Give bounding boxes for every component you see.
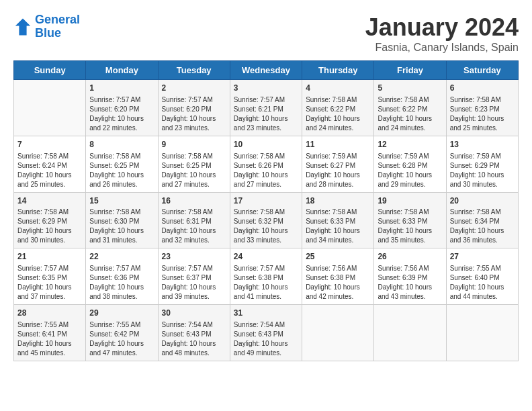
day-number: 8 bbox=[89, 139, 154, 150]
calendar-cell: 28Sunrise: 7:55 AMSunset: 6:41 PMDayligh… bbox=[14, 305, 86, 361]
calendar-cell: 5Sunrise: 7:58 AMSunset: 6:22 PMDaylight… bbox=[374, 80, 446, 136]
calendar-cell: 7Sunrise: 7:58 AMSunset: 6:24 PMDaylight… bbox=[14, 136, 86, 192]
day-info: Sunrise: 7:55 AMSunset: 6:41 PMDaylight:… bbox=[17, 320, 82, 358]
day-number: 12 bbox=[378, 139, 442, 150]
weekday-header-row: SundayMondayTuesdayWednesdayThursdayFrid… bbox=[14, 61, 519, 80]
logo-line1: General bbox=[35, 13, 80, 26]
weekday-header-thursday: Thursday bbox=[302, 61, 374, 80]
calendar-cell: 23Sunrise: 7:57 AMSunset: 6:37 PMDayligh… bbox=[158, 248, 230, 305]
day-number: 25 bbox=[306, 251, 370, 263]
day-info: Sunrise: 7:55 AMSunset: 6:42 PMDaylight:… bbox=[89, 320, 154, 358]
logo-line2: Blue bbox=[35, 26, 61, 40]
day-info: Sunrise: 7:58 AMSunset: 6:29 PMDaylight:… bbox=[17, 208, 82, 245]
day-info: Sunrise: 7:55 AMSunset: 6:40 PMDaylight:… bbox=[450, 264, 515, 302]
location-subtitle: Fasnia, Canary Islands, Spain bbox=[365, 42, 519, 54]
day-number: 23 bbox=[162, 251, 226, 263]
calendar-cell: 25Sunrise: 7:56 AMSunset: 6:38 PMDayligh… bbox=[302, 248, 374, 305]
day-number: 18 bbox=[306, 195, 370, 207]
page-header: General Blue January 2024 Fasnia, Canary… bbox=[13, 13, 519, 54]
day-info: Sunrise: 7:59 AMSunset: 6:27 PMDaylight:… bbox=[306, 152, 370, 189]
calendar-cell: 29Sunrise: 7:55 AMSunset: 6:42 PMDayligh… bbox=[86, 305, 158, 361]
day-info: Sunrise: 7:54 AMSunset: 6:43 PMDaylight:… bbox=[162, 320, 226, 358]
day-number: 28 bbox=[17, 308, 82, 319]
calendar-cell: 6Sunrise: 7:58 AMSunset: 6:23 PMDaylight… bbox=[446, 80, 518, 136]
day-number: 14 bbox=[17, 195, 82, 207]
calendar-cell: 2Sunrise: 7:57 AMSunset: 6:20 PMDaylight… bbox=[158, 80, 230, 136]
day-number: 24 bbox=[234, 251, 298, 263]
calendar-cell: 27Sunrise: 7:55 AMSunset: 6:40 PMDayligh… bbox=[446, 248, 518, 305]
day-info: Sunrise: 7:58 AMSunset: 6:26 PMDaylight:… bbox=[234, 152, 298, 189]
day-number: 26 bbox=[378, 251, 442, 263]
day-number: 11 bbox=[306, 139, 370, 150]
week-row-2: 7Sunrise: 7:58 AMSunset: 6:24 PMDaylight… bbox=[14, 136, 519, 192]
calendar-cell: 17Sunrise: 7:58 AMSunset: 6:32 PMDayligh… bbox=[230, 192, 302, 248]
calendar-cell: 19Sunrise: 7:58 AMSunset: 6:33 PMDayligh… bbox=[374, 192, 446, 248]
calendar-cell: 20Sunrise: 7:58 AMSunset: 6:34 PMDayligh… bbox=[446, 192, 518, 248]
week-row-5: 28Sunrise: 7:55 AMSunset: 6:41 PMDayligh… bbox=[14, 305, 519, 361]
calendar-cell: 26Sunrise: 7:56 AMSunset: 6:39 PMDayligh… bbox=[374, 248, 446, 305]
calendar-cell: 9Sunrise: 7:58 AMSunset: 6:25 PMDaylight… bbox=[158, 136, 230, 192]
month-title: January 2024 bbox=[365, 13, 519, 42]
day-number: 20 bbox=[450, 195, 515, 207]
day-number: 27 bbox=[450, 251, 515, 263]
day-number: 19 bbox=[378, 195, 442, 207]
weekday-header-sunday: Sunday bbox=[14, 61, 86, 80]
day-number: 6 bbox=[450, 83, 515, 94]
day-number: 13 bbox=[450, 139, 515, 150]
day-number: 15 bbox=[89, 195, 154, 207]
day-info: Sunrise: 7:58 AMSunset: 6:23 PMDaylight:… bbox=[450, 95, 515, 133]
day-number: 31 bbox=[234, 308, 298, 319]
calendar-cell: 30Sunrise: 7:54 AMSunset: 6:43 PMDayligh… bbox=[158, 305, 230, 361]
calendar-cell: 4Sunrise: 7:58 AMSunset: 6:22 PMDaylight… bbox=[302, 80, 374, 136]
day-number: 17 bbox=[234, 195, 298, 207]
day-info: Sunrise: 7:58 AMSunset: 6:25 PMDaylight:… bbox=[89, 152, 154, 189]
day-info: Sunrise: 7:57 AMSunset: 6:20 PMDaylight:… bbox=[89, 95, 154, 133]
calendar-cell: 31Sunrise: 7:54 AMSunset: 6:43 PMDayligh… bbox=[230, 305, 302, 361]
calendar-cell bbox=[302, 305, 374, 361]
calendar-cell: 8Sunrise: 7:58 AMSunset: 6:25 PMDaylight… bbox=[86, 136, 158, 192]
calendar-cell: 24Sunrise: 7:57 AMSunset: 6:38 PMDayligh… bbox=[230, 248, 302, 305]
calendar-cell bbox=[14, 80, 86, 136]
day-number: 21 bbox=[17, 251, 82, 263]
logo: General Blue bbox=[13, 13, 80, 40]
calendar-cell: 15Sunrise: 7:58 AMSunset: 6:30 PMDayligh… bbox=[86, 192, 158, 248]
week-row-4: 21Sunrise: 7:57 AMSunset: 6:35 PMDayligh… bbox=[14, 248, 519, 305]
day-info: Sunrise: 7:58 AMSunset: 6:34 PMDaylight:… bbox=[450, 208, 515, 245]
weekday-header-saturday: Saturday bbox=[446, 61, 518, 80]
week-row-3: 14Sunrise: 7:58 AMSunset: 6:29 PMDayligh… bbox=[14, 192, 519, 248]
day-info: Sunrise: 7:57 AMSunset: 6:38 PMDaylight:… bbox=[234, 264, 298, 302]
day-number: 10 bbox=[234, 139, 298, 150]
day-number: 29 bbox=[89, 308, 154, 319]
day-info: Sunrise: 7:57 AMSunset: 6:37 PMDaylight:… bbox=[162, 264, 226, 302]
day-info: Sunrise: 7:58 AMSunset: 6:30 PMDaylight:… bbox=[89, 208, 154, 245]
calendar-cell: 16Sunrise: 7:58 AMSunset: 6:31 PMDayligh… bbox=[158, 192, 230, 248]
calendar-cell: 3Sunrise: 7:57 AMSunset: 6:21 PMDaylight… bbox=[230, 80, 302, 136]
weekday-header-monday: Monday bbox=[86, 61, 158, 80]
day-info: Sunrise: 7:56 AMSunset: 6:38 PMDaylight:… bbox=[306, 264, 370, 302]
calendar-cell: 22Sunrise: 7:57 AMSunset: 6:36 PMDayligh… bbox=[86, 248, 158, 305]
day-number: 22 bbox=[89, 251, 154, 263]
svg-marker-0 bbox=[15, 18, 30, 35]
day-number: 30 bbox=[162, 308, 226, 319]
calendar-cell: 12Sunrise: 7:59 AMSunset: 6:28 PMDayligh… bbox=[374, 136, 446, 192]
title-block: January 2024 Fasnia, Canary Islands, Spa… bbox=[365, 13, 519, 54]
weekday-header-wednesday: Wednesday bbox=[230, 61, 302, 80]
day-info: Sunrise: 7:54 AMSunset: 6:43 PMDaylight:… bbox=[234, 320, 298, 358]
day-info: Sunrise: 7:59 AMSunset: 6:29 PMDaylight:… bbox=[450, 152, 515, 189]
calendar-cell: 21Sunrise: 7:57 AMSunset: 6:35 PMDayligh… bbox=[14, 248, 86, 305]
week-row-1: 1Sunrise: 7:57 AMSunset: 6:20 PMDaylight… bbox=[14, 80, 519, 136]
day-number: 5 bbox=[378, 83, 442, 94]
day-number: 1 bbox=[89, 83, 154, 94]
logo-icon bbox=[13, 17, 32, 36]
day-number: 9 bbox=[162, 139, 226, 150]
calendar-cell: 18Sunrise: 7:58 AMSunset: 6:33 PMDayligh… bbox=[302, 192, 374, 248]
calendar-table: SundayMondayTuesdayWednesdayThursdayFrid… bbox=[13, 60, 519, 361]
day-info: Sunrise: 7:58 AMSunset: 6:22 PMDaylight:… bbox=[306, 95, 370, 133]
day-number: 2 bbox=[162, 83, 226, 94]
calendar-cell: 10Sunrise: 7:58 AMSunset: 6:26 PMDayligh… bbox=[230, 136, 302, 192]
day-info: Sunrise: 7:58 AMSunset: 6:31 PMDaylight:… bbox=[162, 208, 226, 245]
day-info: Sunrise: 7:58 AMSunset: 6:33 PMDaylight:… bbox=[378, 208, 442, 245]
day-info: Sunrise: 7:58 AMSunset: 6:24 PMDaylight:… bbox=[17, 152, 82, 189]
weekday-header-friday: Friday bbox=[374, 61, 446, 80]
calendar-cell bbox=[446, 305, 518, 361]
